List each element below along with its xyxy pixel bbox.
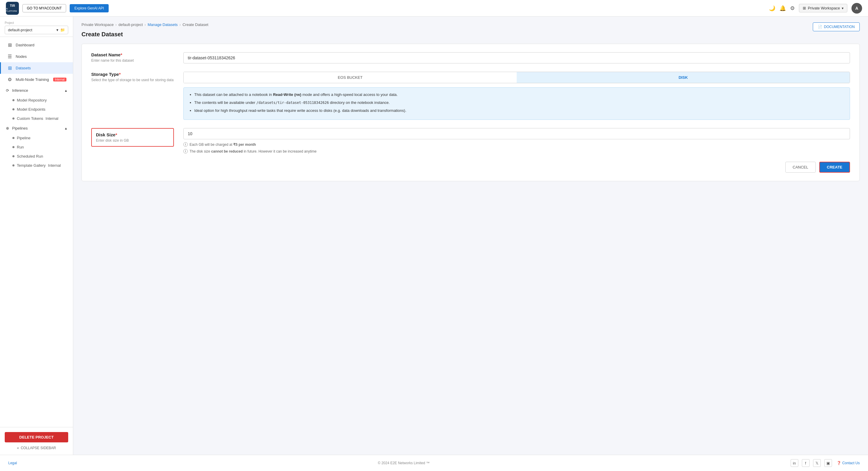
storage-info-box: This dataset can be attached to a notebo… [183,87,850,120]
breadcrumb-item-current: Create Dataset [182,23,208,27]
disk-size-input[interactable] [183,128,850,139]
breadcrumb: Private Workspace › default-project › Ma… [82,23,209,27]
sidebar-item-label: Inference [12,88,28,93]
dataset-name-input-col [183,52,850,63]
dashboard-icon: ⊞ [7,42,13,48]
sidebar-subitem-label: Custom Tokens [17,116,43,121]
storage-type-toggle: EOS BUCKET DISK [183,72,850,83]
cancel-button[interactable]: CANCEL [785,162,816,172]
dot-icon [12,108,14,111]
sidebar-item-pipeline[interactable]: Pipeline [0,133,73,143]
disk-size-desc: Enter disk size in GB [96,138,169,143]
dataset-name-row: Dataset Name* Enter name for this datase… [91,52,850,63]
sidebar-item-label: Pipelines [12,126,28,130]
contact-us-link[interactable]: ❓ Contact Us [837,461,860,465]
legal-link[interactable]: Legal [8,461,17,465]
workspace-label: Private Workspace [808,6,840,10]
pricing-note-2: i The disk size cannot be reduced in fut… [183,149,850,153]
sidebar-item-multi-node[interactable]: ⚙ Multi-Node Training Internal [0,74,73,85]
avatar[interactable]: A [851,3,862,13]
sidebar-bottom: DELETE PROJECT « COLLAPSE SIDEBAR [0,427,73,455]
sidebar-item-run[interactable]: Run [0,143,73,152]
linkedin-icon[interactable]: in [790,459,798,467]
required-indicator: * [120,52,122,57]
sidebar-item-dashboard[interactable]: ⊞ Dashboard [0,39,73,51]
delete-project-button[interactable]: DELETE PROJECT [5,432,68,442]
header: TIR AI PLATFORM GO TO MYACCOUNT Explore … [0,0,868,17]
breadcrumb-sep: › [145,23,146,27]
chevron-up-icon: ▴ [65,88,67,93]
info-item-2: The contents will be available under /da… [194,100,844,106]
sidebar-subitem-label: Run [17,145,24,149]
dataset-name-label: Dataset Name* [91,52,174,57]
facebook-icon[interactable]: f [802,459,810,467]
form-actions: CANCEL CREATE [91,162,850,172]
copyright-text: © 2024 E2E Networks Limited ™ [378,461,430,465]
notifications-icon[interactable]: 🔔 [779,5,786,11]
storage-type-row: Storage Type* Select the type of storage… [91,72,850,120]
sidebar-item-pipelines[interactable]: ⊕ Pipelines ▴ [0,123,73,133]
collapse-icon: « [17,446,19,450]
sidebar-item-template-gallery[interactable]: Template Gallery Internal [0,161,73,170]
sidebar-item-model-repository[interactable]: Model Repository [0,96,73,105]
sidebar-item-model-endpoints[interactable]: Model Endpoints [0,105,73,114]
sidebar-item-label: Nodes [16,54,27,59]
sidebar-item-label: Datasets [16,66,31,70]
disk-button[interactable]: DISK [517,72,850,83]
collapse-sidebar-button[interactable]: « COLLAPSE SIDEBAR [5,446,68,450]
sidebar-subitem-label: Scheduled Run [17,154,43,158]
chevron-down-icon: ▾ [842,6,843,10]
storage-type-control-col: EOS BUCKET DISK This dataset can be atta… [183,72,850,120]
collapse-label: COLLAPSE SIDEBAR [21,446,56,450]
rw-mode-text: Read-Write (rw) [273,92,302,97]
settings-icon[interactable]: ⚙ [790,5,795,11]
sidebar-subitem-label: Model Endpoints [17,107,45,112]
required-indicator: * [116,132,117,137]
project-select-icons: ▾ 📁 [56,28,65,32]
sidebar-item-nodes[interactable]: ☰ Nodes [0,51,73,62]
dot-icon [12,164,14,166]
sidebar-item-label: Dashboard [16,43,35,47]
dataset-name-desc: Enter name for this dataset [91,58,174,63]
storage-type-desc: Select the type of storage to be used fo… [91,78,174,82]
breadcrumb-sep: › [116,23,117,27]
sidebar-item-inference[interactable]: ⟳ Inference ▴ [0,85,73,96]
folder-icon: 📁 [60,28,65,32]
sidebar-subitem-label: Pipeline [17,136,30,140]
disk-size-label: Disk Size* [96,132,169,137]
footer: Legal © 2024 E2E Networks Limited ™ in f… [0,455,868,471]
sidebar-item-scheduled-run[interactable]: Scheduled Run [0,152,73,161]
info-icon: i [183,142,188,147]
sidebar-item-datasets[interactable]: ⊞ Datasets [0,62,73,74]
rss-icon[interactable]: ▣ [824,459,832,467]
internal-badge: Internal [45,116,58,121]
required-indicator: * [119,72,121,77]
dot-icon [12,137,14,139]
breadcrumb-item: default-project [118,23,143,27]
logo-icon: TIR AI PLATFORM [6,2,19,15]
disk-size-label-col: Disk Size* Enter disk size in GB [91,128,174,147]
workspace-selector[interactable]: ⊞ Private Workspace ▾ [799,4,847,12]
header-left: TIR AI PLATFORM GO TO MYACCOUNT Explore … [6,2,108,15]
documentation-button[interactable]: 📄 DOCUMENTATION [813,23,860,31]
internal-badge: Internal [53,77,66,82]
pricing-note-text: Each GB will be charged at ₹5 per month [190,143,256,147]
storage-type-label-col: Storage Type* Select the type of storage… [91,72,174,82]
project-dropdown[interactable]: default-project ▾ 📁 [5,26,68,34]
breadcrumb-link-manage-datasets[interactable]: Manage Datasets [148,23,178,27]
create-button[interactable]: CREATE [819,162,850,172]
info-item-1: This dataset can be attached to a notebo… [194,92,844,98]
sidebar-item-custom-tokens[interactable]: Custom Tokens Internal [0,114,73,123]
sidebar-subitem-label: Template Gallery [17,163,46,168]
social-links: in f 𝕏 ▣ [790,459,832,467]
eos-bucket-button[interactable]: EOS BUCKET [184,72,517,83]
twitter-icon[interactable]: 𝕏 [813,459,821,467]
dataset-name-input[interactable] [183,52,850,63]
project-name: default-project [8,28,32,32]
workspace-icon: ⊞ [803,6,806,10]
dark-mode-icon[interactable]: 🌙 [769,5,775,11]
multi-node-icon: ⚙ [7,77,13,82]
explore-genai-button[interactable]: Explore GenAI API [70,4,108,12]
go-to-myaccount-button[interactable]: GO TO MYACCOUNT [23,4,66,12]
main-top: Private Workspace › default-project › Ma… [82,23,860,44]
